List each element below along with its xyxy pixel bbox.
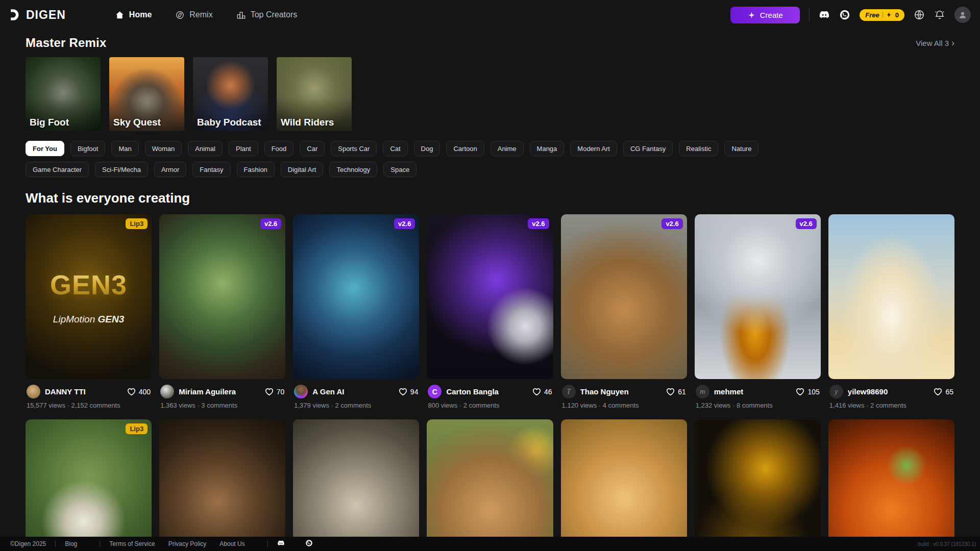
creator-name[interactable]: DANNY TTI xyxy=(45,387,86,396)
creator-name[interactable]: A Gen AI xyxy=(312,387,344,396)
master-remix-list: Big Foot Sky Quest Baby Podcast Wild Rid… xyxy=(0,57,980,131)
filter-chip-car[interactable]: Car xyxy=(300,141,325,156)
gen3-title: GEN3 xyxy=(50,269,127,300)
filter-chip-sci-fi-mecha[interactable]: Sci-Fi/Mecha xyxy=(95,162,148,177)
nav-remix[interactable]: Remix xyxy=(175,10,212,20)
gen3-overlay: GEN3 LipMotion GEN3 xyxy=(26,214,152,379)
filter-chip-modern-art[interactable]: Modern Art xyxy=(570,141,617,156)
view-all-label: View All 3 xyxy=(916,39,949,47)
creator-name[interactable]: mehmet xyxy=(714,387,744,396)
nav-top-creators[interactable]: Top Creators xyxy=(236,10,298,20)
creator-avatar[interactable] xyxy=(294,385,308,398)
filter-chip-cat[interactable]: Cat xyxy=(383,141,407,156)
filter-chip-animal[interactable]: Animal xyxy=(188,141,223,156)
filter-chip-cartoon[interactable]: Cartoon xyxy=(446,141,484,156)
top-navigation-bar: DIGEN Home Remix Top Creators xyxy=(0,0,980,30)
whatsapp-button[interactable] xyxy=(839,9,850,20)
footer-link-about[interactable]: About Us xyxy=(219,540,244,547)
notifications-button[interactable] xyxy=(934,9,945,20)
feed-thumbnail[interactable]: v2.6 xyxy=(427,214,553,379)
like-count[interactable]: 61 xyxy=(666,387,686,396)
creation-feed-row-1: Lip3 GEN3 LipMotion GEN3 DANNY TTI 400 1… xyxy=(0,214,980,551)
footer-link-privacy[interactable]: Privacy Policy xyxy=(168,540,207,547)
filter-chip-man[interactable]: Man xyxy=(111,141,138,156)
creator-avatar[interactable]: y xyxy=(829,385,843,398)
language-button[interactable] xyxy=(914,9,925,20)
creator-avatar[interactable] xyxy=(27,385,40,398)
like-count[interactable]: 105 xyxy=(795,387,819,396)
feed-thumbnail[interactable] xyxy=(159,419,285,551)
feed-thumbnail[interactable]: Lip3 xyxy=(26,419,152,551)
feed-thumbnail[interactable] xyxy=(561,419,687,551)
master-remix-card-big-foot[interactable]: Big Foot xyxy=(26,57,101,131)
feed-thumbnail[interactable]: v2.6 xyxy=(695,214,821,379)
like-count[interactable]: 70 xyxy=(264,387,285,396)
like-count[interactable]: 65 xyxy=(933,387,953,396)
creator-name[interactable]: Carton Bangla xyxy=(446,387,499,396)
feed-thumbnail[interactable]: v2.6 xyxy=(159,214,285,379)
filter-chip-anime[interactable]: Anime xyxy=(491,141,524,156)
footer-discord-link[interactable] xyxy=(277,539,285,548)
feed-thumbnail[interactable] xyxy=(293,419,419,551)
creator-avatar[interactable]: T xyxy=(562,385,576,398)
feed-thumbnail[interactable] xyxy=(828,419,954,551)
filter-chip-technology[interactable]: Technology xyxy=(329,162,377,177)
gen3-subtitle-bold: GEN3 xyxy=(98,314,125,324)
like-count[interactable]: 94 xyxy=(398,387,419,396)
feed-card: v2.6 m mehmet 105 1,232 views · 8 commen… xyxy=(695,214,821,409)
creator-avatar[interactable]: C xyxy=(428,385,442,398)
filter-chip-space[interactable]: Space xyxy=(383,162,416,177)
credits-badge[interactable]: Free 0 xyxy=(860,9,904,21)
filter-chip-game-character[interactable]: Game Character xyxy=(26,162,89,177)
like-count[interactable]: 400 xyxy=(127,387,151,396)
filter-chip-armor[interactable]: Armor xyxy=(154,162,186,177)
filter-chip-fantasy[interactable]: Fantasy xyxy=(192,162,230,177)
creator-name[interactable]: Thao Nguyen xyxy=(580,387,629,396)
filter-chip-manga[interactable]: Manga xyxy=(530,141,565,156)
filter-chip-nature[interactable]: Nature xyxy=(724,141,758,156)
lightning-bolt-icon xyxy=(886,12,892,18)
heart-icon xyxy=(933,387,943,396)
like-count[interactable]: 46 xyxy=(532,387,552,396)
filter-chip-bigfoot[interactable]: Bigfoot xyxy=(70,141,105,156)
profile-avatar-button[interactable] xyxy=(954,7,971,23)
creator-name[interactable]: Miriam Aguilera xyxy=(179,387,236,396)
filter-chip-for-you[interactable]: For You xyxy=(26,141,64,156)
footer-link-terms[interactable]: Terms of Service xyxy=(109,540,155,547)
creator-name[interactable]: yilew98690 xyxy=(848,387,888,396)
filter-chip-digital-art[interactable]: Digital Art xyxy=(281,162,324,177)
like-count-value: 105 xyxy=(807,388,819,396)
filter-chip-fashion[interactable]: Fashion xyxy=(237,162,275,177)
creator-avatar[interactable] xyxy=(160,385,174,398)
view-comment-stats: 1,416 views · 2 comments xyxy=(828,402,954,409)
footer-whatsapp-link[interactable] xyxy=(305,539,313,548)
master-remix-card-wild-riders[interactable]: Wild Riders xyxy=(277,57,352,131)
discord-icon xyxy=(819,9,830,20)
discord-button[interactable] xyxy=(819,9,830,20)
filter-chip-woman[interactable]: Woman xyxy=(145,141,182,156)
create-button[interactable]: Create xyxy=(730,7,800,23)
gen3-subtitle-regular: LipMotion xyxy=(53,314,98,324)
nav-home[interactable]: Home xyxy=(115,10,152,20)
view-all-link[interactable]: View All 3 › xyxy=(916,38,954,47)
feed-thumbnail[interactable] xyxy=(828,214,954,379)
feed-thumbnail[interactable] xyxy=(695,419,821,551)
filter-chip-cg-fantasy[interactable]: CG Fantasy xyxy=(623,141,673,156)
digen-logo[interactable]: DIGEN xyxy=(9,8,66,22)
filter-chip-plant[interactable]: Plant xyxy=(229,141,258,156)
feed-thumbnail[interactable]: Lip3 GEN3 LipMotion GEN3 xyxy=(26,214,152,379)
master-remix-card-sky-quest[interactable]: Sky Quest xyxy=(109,57,184,131)
filter-chip-food[interactable]: Food xyxy=(264,141,294,156)
feed-card: v2.6 T Thao Nguyen 61 1,120 views · 4 co… xyxy=(561,214,687,409)
nav-remix-label: Remix xyxy=(189,10,212,19)
filter-chip-realistic[interactable]: Realistic xyxy=(679,141,718,156)
feed-thumbnail[interactable] xyxy=(427,419,553,551)
master-remix-card-baby-podcast[interactable]: Baby Podcast xyxy=(193,57,268,131)
feed-thumbnail[interactable]: v2.6 xyxy=(293,214,419,379)
like-count-value: 70 xyxy=(277,388,285,396)
filter-chip-sports-car[interactable]: Sports Car xyxy=(331,141,377,156)
feed-thumbnail[interactable]: v2.6 xyxy=(561,214,687,379)
footer-link-blog[interactable]: Blog xyxy=(65,540,77,547)
filter-chip-dog[interactable]: Dog xyxy=(414,141,440,156)
creator-avatar[interactable]: m xyxy=(696,385,709,398)
